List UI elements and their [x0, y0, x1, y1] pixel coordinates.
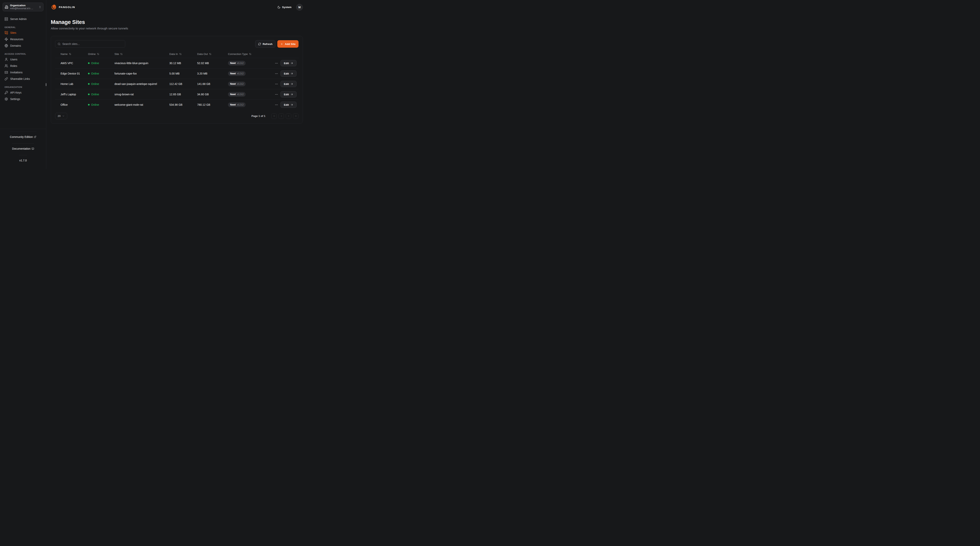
row-actions-button[interactable] [272, 82, 280, 86]
sidebar-item-server-admin[interactable]: Server Admin [3, 16, 43, 22]
data-out: 141.68 GB [197, 82, 228, 86]
connection-client: Newt [230, 62, 236, 64]
data-out: 3.20 MB [197, 72, 228, 75]
theme-toggle[interactable]: System [277, 6, 291, 9]
sites-card: Refresh Add Site Name Online Site Data I… [51, 36, 303, 124]
sort-icon [97, 53, 99, 55]
site-name: Office [60, 103, 88, 106]
topbar-right: System M [277, 4, 303, 11]
table-footer: 20 Page 1 of 1 [55, 113, 299, 119]
search-box [55, 40, 125, 48]
community-edition-link[interactable]: Community Edition [10, 132, 36, 142]
data-in: 30.12 MB [169, 62, 197, 65]
column-header-name[interactable]: Name [60, 53, 88, 56]
sidebar-item-sites[interactable]: Sites [3, 30, 43, 36]
column-header-data-in[interactable]: Data In [169, 53, 197, 56]
avatar-initial: M [298, 6, 301, 9]
sidebar-section-access-control: ACCESS CONTROL [5, 53, 43, 55]
column-label: Connection Type [228, 53, 248, 56]
column-label: Data In [169, 53, 178, 56]
brand[interactable]: PANGOLIN [51, 4, 75, 10]
row-actions-button[interactable] [272, 93, 280, 96]
org-switcher-text: Organization milo@fossorial.io's ... [10, 4, 33, 10]
site-slug: welcome-giant-mole-rat [115, 103, 169, 106]
refresh-button[interactable]: Refresh [255, 40, 275, 48]
site-slug: dead-san-joaquin-antelope-squirrel [115, 82, 169, 86]
chevron-down-icon [62, 115, 65, 117]
edit-label: Edit [284, 103, 289, 106]
edit-label: Edit [284, 93, 289, 96]
app-version: v1.7.0 [19, 155, 27, 166]
edit-button[interactable]: Edit [280, 70, 296, 77]
connection-type-badge: Newtv1.3.2 [228, 81, 246, 86]
sidebar-nav: Server Admin GENERAL Sites Resources Dom… [3, 16, 43, 102]
row-actions-button[interactable] [272, 103, 280, 107]
connection-client: Newt [230, 72, 236, 75]
search-input[interactable] [62, 42, 123, 46]
waypoints-icon [5, 37, 8, 41]
sidebar-section-general: GENERAL [5, 26, 43, 29]
documentation-link[interactable]: Documentation [12, 144, 34, 154]
status-label: Online [91, 72, 99, 75]
sidebar-item-settings[interactable]: Settings [3, 96, 43, 102]
sidebar-item-resources[interactable]: Resources [3, 36, 43, 42]
column-label: Name [60, 53, 68, 56]
column-header-connection-type[interactable]: Connection Type [228, 53, 272, 56]
edit-button[interactable]: Edit [280, 60, 296, 66]
table-row: Home Lab Online dead-san-joaquin-antelop… [55, 79, 299, 89]
arrow-right-icon [291, 93, 293, 96]
data-in: 12.65 GB [169, 93, 197, 96]
connection-type-badge: Newtv1.3.2 [228, 61, 246, 65]
status-dot [88, 104, 89, 105]
chevrons-up-down-icon [38, 6, 41, 8]
edit-button[interactable]: Edit [280, 91, 296, 97]
row-actions-button[interactable] [272, 62, 280, 65]
table-header-row: Name Online Site Data In Data Out Connec… [55, 50, 299, 58]
gear-icon [5, 97, 8, 101]
first-page-button[interactable] [271, 113, 277, 119]
sidebar-item-api-keys[interactable]: API Keys [3, 89, 43, 96]
data-in: 534.98 GB [169, 103, 197, 106]
arrow-right-icon [291, 72, 293, 75]
theme-label: System [282, 6, 291, 9]
brand-name: PANGOLIN [59, 6, 75, 9]
online-status: Online [88, 82, 115, 86]
sidebar-item-domains[interactable]: Domains [3, 43, 43, 49]
page-title: Manage Sites [51, 19, 303, 25]
column-header-data-out[interactable]: Data Out [197, 53, 228, 56]
server-icon [5, 17, 8, 21]
sidebar-item-invitations[interactable]: Invitations [3, 69, 43, 75]
topbar: PANGOLIN System M [51, 0, 303, 14]
page-info: Page 1 of 1 [251, 115, 266, 118]
connection-client: Newt [230, 103, 236, 106]
column-header-online[interactable]: Online [88, 53, 115, 56]
last-page-button[interactable] [293, 113, 299, 119]
status-label: Online [91, 62, 99, 65]
avatar[interactable]: M [296, 4, 303, 11]
connection-version: v1.3.2 [237, 62, 243, 64]
sidebar-item-users[interactable]: Users [3, 56, 43, 62]
site-slug: smug-brown-rat [115, 93, 169, 96]
previous-page-button[interactable] [278, 113, 284, 119]
row-actions-button[interactable] [272, 72, 280, 75]
chevrons-right-icon [294, 115, 297, 117]
page-size-select[interactable]: 20 [55, 113, 67, 119]
add-site-button[interactable]: Add Site [277, 40, 299, 48]
next-page-button[interactable] [286, 113, 291, 119]
moon-icon [277, 6, 280, 9]
status-dot [88, 62, 89, 64]
ellipsis-icon [275, 62, 278, 65]
edit-button[interactable]: Edit [280, 81, 296, 87]
sidebar-resize-handle[interactable] [46, 83, 46, 86]
column-header-site[interactable]: Site [115, 53, 169, 56]
edit-button[interactable]: Edit [280, 102, 296, 108]
connection-client: Newt [230, 93, 236, 96]
ellipsis-icon [275, 93, 278, 96]
sidebar-item-roles[interactable]: Roles [3, 63, 43, 69]
org-label: Organization [10, 4, 33, 7]
site-name: AWS VPC [60, 62, 88, 65]
site-name: Jeff's Laptop [60, 93, 88, 96]
sidebar-item-shareable-links[interactable]: Shareable Links [3, 76, 43, 82]
page-subtitle: Allow connectivity to your network throu… [51, 27, 303, 30]
org-switcher[interactable]: Organization milo@fossorial.io's ... [3, 3, 43, 11]
